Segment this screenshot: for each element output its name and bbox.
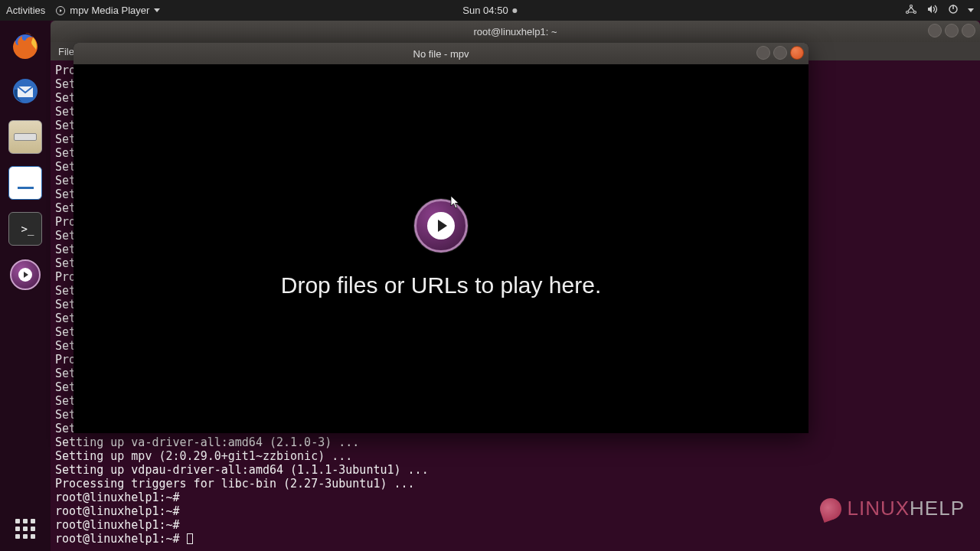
mpv-minimize-button[interactable]: [756, 46, 770, 60]
system-menu-chevron-icon[interactable]: [968, 8, 974, 12]
files-launcher[interactable]: [8, 120, 42, 154]
notification-dot-icon: [513, 8, 518, 13]
watermark-flame-icon: [817, 495, 844, 523]
power-icon[interactable]: [948, 4, 959, 17]
clock[interactable]: Sun 04:50: [462, 5, 517, 16]
terminal-titlebar[interactable]: root@linuxhelp1: ~: [51, 21, 980, 42]
libreoffice-writer-launcher[interactable]: [8, 166, 42, 200]
clock-label: Sun 04:50: [462, 5, 508, 16]
thunderbird-launcher[interactable]: [8, 74, 42, 108]
network-icon[interactable]: [905, 4, 917, 17]
mpv-menu-icon: [56, 6, 65, 15]
mpv-close-button[interactable]: [790, 46, 804, 60]
terminal-launcher[interactable]: >_: [8, 212, 42, 246]
svg-point-1: [906, 11, 909, 14]
watermark-text-2: HELP: [910, 497, 965, 520]
linuxhelp-watermark: LINUXHELP: [820, 497, 965, 520]
mpv-window: No file - mpv Drop files or URLs to play…: [74, 43, 808, 433]
terminal-close-button[interactable]: [962, 24, 975, 37]
svg-point-2: [914, 11, 916, 14]
show-applications-button[interactable]: [0, 519, 51, 539]
svg-point-0: [910, 5, 913, 8]
terminal-menu-file[interactable]: File: [58, 46, 74, 57]
terminal-title: root@linuxhelp1: ~: [474, 26, 557, 37]
mpv-logo-icon: [414, 199, 468, 253]
mpv-titlebar[interactable]: No file - mpv: [74, 43, 808, 64]
mpv-maximize-button[interactable]: [773, 46, 787, 60]
chevron-down-icon: [154, 8, 160, 12]
app-menu[interactable]: mpv Media Player: [56, 5, 160, 16]
firefox-launcher[interactable]: [8, 28, 42, 62]
gnome-top-bar: Activities mpv Media Player Sun 04:50: [0, 0, 980, 21]
mpv-drop-area[interactable]: Drop files or URLs to play here.: [74, 64, 808, 433]
watermark-text-1: LINUX: [848, 497, 910, 520]
mpv-drop-text: Drop files or URLs to play here.: [281, 272, 602, 298]
mpv-launcher[interactable]: [8, 258, 42, 292]
app-menu-label: mpv Media Player: [70, 5, 149, 16]
volume-icon[interactable]: [926, 4, 939, 17]
launcher-dock: >_: [0, 21, 51, 551]
activities-button[interactable]: Activities: [6, 5, 45, 16]
terminal-maximize-button[interactable]: [945, 24, 959, 37]
mpv-title: No file - mpv: [413, 48, 469, 60]
terminal-minimize-button[interactable]: [928, 24, 942, 37]
